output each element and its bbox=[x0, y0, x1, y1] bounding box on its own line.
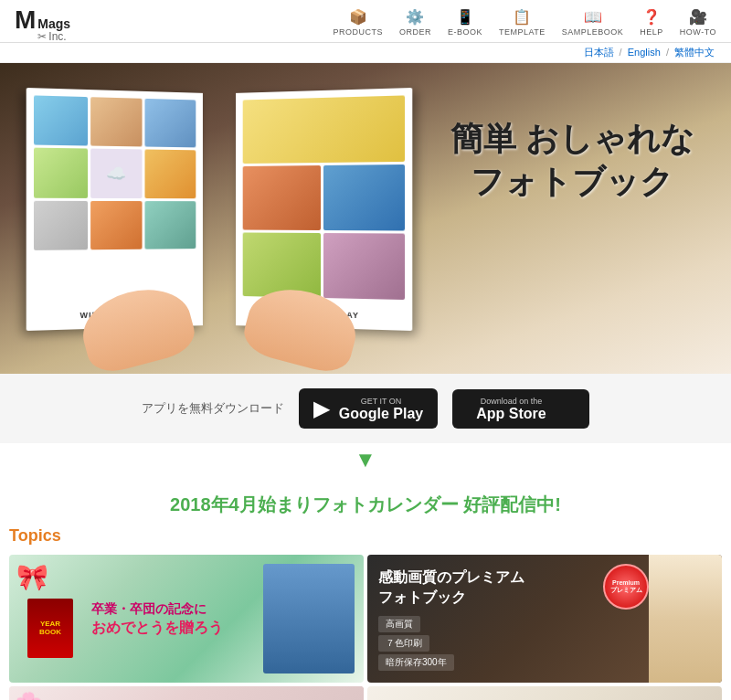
bow-icon: 🎀 bbox=[16, 562, 48, 592]
photo-thumb-10 bbox=[243, 96, 405, 164]
photo-thumb-2 bbox=[90, 98, 143, 148]
promo-arrow: ▼ bbox=[0, 443, 731, 476]
photo-thumb-12 bbox=[323, 164, 405, 231]
logo-scissors-icon: ✂ bbox=[37, 31, 47, 42]
google-play-icon: ▶ bbox=[313, 396, 330, 421]
lang-bar: 日本語 / English / 繁體中文 bbox=[0, 43, 731, 63]
topics-title: Topics bbox=[9, 526, 722, 546]
download-label: アプリを無料ダウンロード bbox=[142, 400, 284, 417]
template-icon: 📋 bbox=[513, 8, 531, 26]
photo-thumb-3 bbox=[145, 99, 196, 148]
app-store-button[interactable]: Download on the App Store bbox=[452, 389, 589, 430]
nav-howto[interactable]: 🎥 HOW-TO bbox=[680, 8, 716, 37]
graduation-photo bbox=[263, 564, 355, 673]
photo-thumb-13 bbox=[243, 233, 321, 298]
logo[interactable]: M Mags ✂ Inc. bbox=[15, 7, 70, 42]
badge-storage: 暗所保存300年 bbox=[378, 654, 454, 671]
lang-ja[interactable]: 日本語 bbox=[584, 47, 614, 58]
howto-icon: 🎥 bbox=[689, 8, 707, 26]
card-premium[interactable]: 感動画質のプレミアム フォトブック 高画質 ７色印刷 暗所保存300年 Prem… bbox=[367, 555, 722, 683]
hero-text: 簡単 おしゃれな フォトブック bbox=[450, 118, 694, 204]
nav-products[interactable]: 📦 PRODUCTS bbox=[333, 8, 383, 37]
photo-thumb-8 bbox=[90, 201, 143, 250]
topics-section: Topics 🎀 YEAR BOOK 卒業・卒団の記念に おめでとうを贈ろう 感… bbox=[0, 526, 731, 700]
download-section: アプリを無料ダウンロード ▶ GET IT ON Google Play Dow… bbox=[0, 374, 731, 443]
photo-book: ☁️ WINDY SKY ☁️ ✳️ SUNNY DAY bbox=[27, 81, 411, 355]
photo-thumb-4 bbox=[34, 148, 88, 198]
google-play-text: GET IT ON Google Play bbox=[339, 397, 423, 422]
order-icon: ⚙️ bbox=[406, 8, 424, 26]
help-icon: ❓ bbox=[642, 8, 661, 26]
logo-top: Mags bbox=[37, 17, 70, 31]
topics-grid: 🎀 YEAR BOOK 卒業・卒団の記念に おめでとうを贈ろう 感動画質のプレミ… bbox=[9, 555, 722, 700]
ebook-icon: 📱 bbox=[456, 8, 474, 26]
photo-thumb-6 bbox=[145, 150, 196, 198]
premium-photo bbox=[649, 555, 722, 683]
nav-order[interactable]: ⚙️ ORDER bbox=[399, 8, 431, 37]
card-graduation[interactable]: 🎀 YEAR BOOK 卒業・卒団の記念に おめでとうを贈ろう bbox=[9, 555, 364, 683]
google-play-button[interactable]: ▶ GET IT ON Google Play bbox=[299, 388, 438, 429]
photo-thumb-5: ☁️ bbox=[90, 149, 143, 198]
logo-m: M bbox=[15, 7, 36, 33]
photo-thumb-11 bbox=[243, 165, 321, 230]
yearbook-icon: YEAR BOOK bbox=[27, 599, 73, 658]
samplebook-icon: 📖 bbox=[584, 8, 602, 26]
nav-template[interactable]: 📋 TEMPLATE bbox=[499, 8, 546, 37]
nav-ebook[interactable]: 📱 E-BOOK bbox=[448, 8, 482, 37]
photo-thumb-7 bbox=[34, 201, 88, 250]
photo-thumb-14 bbox=[323, 233, 405, 300]
main-nav: 📦 PRODUCTS ⚙️ ORDER 📱 E-BOOK 📋 TEMPLATE … bbox=[333, 8, 716, 42]
book-right-page: ✳️ SUNNY DAY bbox=[236, 88, 412, 331]
photo-thumb-1 bbox=[34, 96, 88, 146]
nav-samplebook[interactable]: 📖 SAMPLEBOOK bbox=[562, 8, 624, 37]
promo-banner: 2018年4月始まりフォトカレンダー 好評配信中! bbox=[0, 476, 731, 526]
lang-zh[interactable]: 繁體中文 bbox=[674, 47, 715, 58]
header: M Mags ✂ Inc. 📦 PRODUCTS ⚙️ ORDER 📱 E-BO… bbox=[0, 0, 731, 43]
nav-help[interactable]: ❓ HELP bbox=[640, 8, 663, 37]
badge-color: ７色印刷 bbox=[378, 635, 429, 652]
card-message[interactable]: 🌸 🌿 Message Books bbox=[9, 686, 364, 700]
graduation-title: 卒業・卒団の記念に bbox=[91, 600, 223, 619]
lang-en[interactable]: English bbox=[628, 47, 661, 58]
app-store-text: Download on the App Store bbox=[476, 397, 546, 422]
hero-title: 簡単 おしゃれな フォトブック bbox=[450, 118, 694, 204]
logo-bottom: ✂ Inc. bbox=[37, 31, 70, 42]
products-icon: 📦 bbox=[349, 8, 367, 26]
flower-icon-left: 🌸 bbox=[14, 691, 43, 700]
hero-section: ☁️ WINDY SKY ☁️ ✳️ SUNNY DAY bbox=[0, 63, 731, 374]
photo-thumb-9 bbox=[145, 201, 196, 249]
book-left-page: ☁️ WINDY SKY ☁️ bbox=[26, 88, 203, 331]
badge-quality: 高画質 bbox=[378, 616, 420, 632]
card-365[interactable]: 365⁺ 365⁺ 365⁺ 365⁺ 365⁺ 365⁺ 365⁺ 365⁺ … bbox=[367, 686, 722, 700]
graduation-subtitle: おめでとうを贈ろう bbox=[91, 619, 223, 638]
